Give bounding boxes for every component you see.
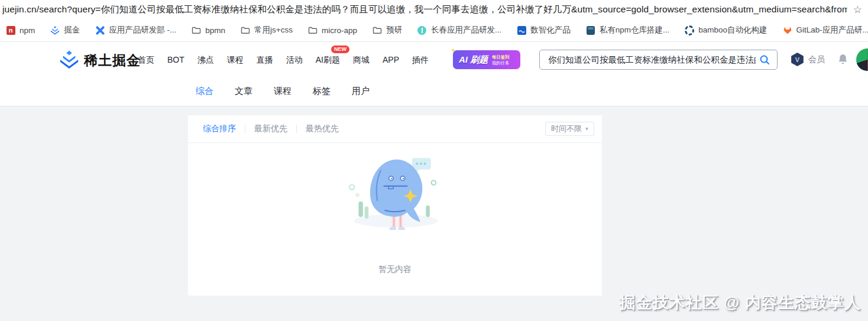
nav-bot[interactable]: BOT bbox=[167, 54, 184, 66]
folder-icon bbox=[373, 25, 382, 35]
divider bbox=[188, 142, 602, 143]
banner-title: AI 刷题 bbox=[459, 54, 488, 66]
empty-state-illustration bbox=[345, 151, 445, 236]
chevron-down-icon: ▾ bbox=[585, 126, 588, 132]
nav-course[interactable]: 课程 bbox=[227, 54, 244, 66]
member-vip-icon: V bbox=[791, 53, 804, 66]
time-filter-dropdown[interactable]: 时间不限 ▾ bbox=[545, 122, 594, 136]
bookmarks-bar: n npm 掘金 应用产品研发部 -... bpmn 常用js+css bbox=[0, 19, 868, 42]
site-title: 稀土掘金 bbox=[84, 51, 141, 70]
folder-icon bbox=[192, 25, 201, 35]
search-tabs-bar: 综合 文章 课程 标签 用户 bbox=[0, 77, 868, 106]
bookmark-private-npm[interactable]: 私有npm仓库搭建... bbox=[586, 25, 670, 35]
notification-bell-icon[interactable] bbox=[837, 53, 849, 68]
nav-home[interactable]: 首页 bbox=[138, 54, 154, 66]
divider bbox=[296, 125, 297, 133]
bamboo-icon bbox=[685, 25, 694, 35]
member-entry[interactable]: V 会员 bbox=[791, 53, 825, 66]
sort-newest[interactable]: 最新优先 bbox=[254, 124, 287, 134]
bookmark-changchun[interactable]: 长春应用产品研发... bbox=[417, 25, 501, 35]
search-input[interactable] bbox=[547, 54, 757, 65]
divider bbox=[245, 125, 245, 133]
empty-state: 暂无内容 bbox=[188, 151, 602, 275]
search-result-card: 综合排序 最新优先 最热优先 时间不限 ▾ bbox=[188, 115, 602, 296]
juejin-icon bbox=[50, 25, 60, 35]
blue-wave-icon bbox=[517, 25, 526, 35]
bookmark-micro-app[interactable]: micro-app bbox=[308, 25, 357, 35]
sort-row: 综合排序 最新优先 最热优先 bbox=[203, 115, 339, 142]
folder-icon bbox=[308, 25, 318, 35]
new-badge: NEW bbox=[331, 46, 349, 53]
bookmark-gitlab[interactable]: GitLab-应用产品研... bbox=[783, 25, 868, 35]
ai-practice-banner[interactable]: ✦ AI 刷题 每日签到 我的任务 bbox=[453, 50, 520, 69]
teambition-icon bbox=[95, 25, 105, 35]
nav-ai-practice[interactable]: AI刷题 NEW bbox=[316, 54, 340, 66]
gitlab-icon bbox=[783, 25, 792, 35]
screen: juejin.cn/search?query=你们知道公司按最低工资标准缴纳社保… bbox=[0, 0, 868, 321]
nav-pins[interactable]: 沸点 bbox=[197, 54, 214, 66]
nav-plugin[interactable]: 插件 bbox=[412, 54, 429, 66]
sort-hottest[interactable]: 最热优先 bbox=[306, 124, 339, 134]
site-header: 稀土掘金 首页 BOT 沸点 课程 直播 活动 AI刷题 NEW 商城 APP … bbox=[0, 42, 868, 77]
bookmark-product-dept[interactable]: 应用产品研发部 -... bbox=[95, 25, 176, 35]
teal-app-icon bbox=[417, 25, 427, 35]
tab-tags[interactable]: 标签 bbox=[313, 86, 331, 97]
tab-comprehensive[interactable]: 综合 bbox=[196, 86, 213, 97]
bookmark-bamboo[interactable]: bamboo自动化构建 bbox=[685, 25, 767, 35]
juejin-logo[interactable]: 稀土掘金 bbox=[59, 49, 141, 72]
npm-icon: n bbox=[6, 25, 15, 35]
search-icon[interactable] bbox=[757, 52, 772, 67]
nav-app[interactable]: APP bbox=[383, 54, 399, 66]
main-nav: 首页 BOT 沸点 课程 直播 活动 AI刷题 NEW 商城 APP 插件 bbox=[138, 54, 429, 66]
bookmark-bpmn[interactable]: bpmn bbox=[192, 25, 225, 35]
folder-icon bbox=[241, 25, 250, 35]
banner-subtext: 每日签到 我的任务 bbox=[492, 54, 511, 66]
bookmark-star-icon[interactable]: ☆ bbox=[853, 4, 862, 16]
avatar[interactable] bbox=[856, 48, 868, 71]
empty-text: 暂无内容 bbox=[378, 264, 412, 275]
tab-courses[interactable]: 课程 bbox=[274, 86, 292, 97]
bookmark-shuzhihua[interactable]: 数智化产品 bbox=[517, 25, 571, 35]
bookmark-yuyan[interactable]: 预研 bbox=[373, 25, 402, 35]
search-box[interactable] bbox=[539, 50, 778, 70]
sort-comprehensive[interactable]: 综合排序 bbox=[203, 124, 236, 134]
bookmark-npm[interactable]: n npm bbox=[6, 25, 35, 35]
nav-live[interactable]: 直播 bbox=[257, 54, 273, 66]
browser-url-bar[interactable]: juejin.cn/search?query=你们知道公司按最低工资标准缴纳社保… bbox=[0, 0, 868, 19]
bookmark-juejin[interactable]: 掘金 bbox=[50, 25, 80, 35]
nav-events[interactable]: 活动 bbox=[286, 54, 303, 66]
bookmark-js-css[interactable]: 常用js+css bbox=[241, 25, 293, 35]
tab-users[interactable]: 用户 bbox=[352, 86, 370, 97]
nav-shop[interactable]: 商城 bbox=[353, 54, 370, 66]
verdaccio-icon bbox=[586, 25, 595, 35]
juejin-logo-icon bbox=[59, 49, 79, 72]
sparkle-icon: ✦ bbox=[451, 47, 456, 54]
tab-articles[interactable]: 文章 bbox=[235, 86, 252, 97]
watermark: 掘金技术社区 @ 内容生态鼓掌人 bbox=[620, 292, 861, 313]
url-text[interactable]: juejin.cn/search?query=你们知道公司按最低工资标准缴纳社保… bbox=[2, 4, 847, 16]
